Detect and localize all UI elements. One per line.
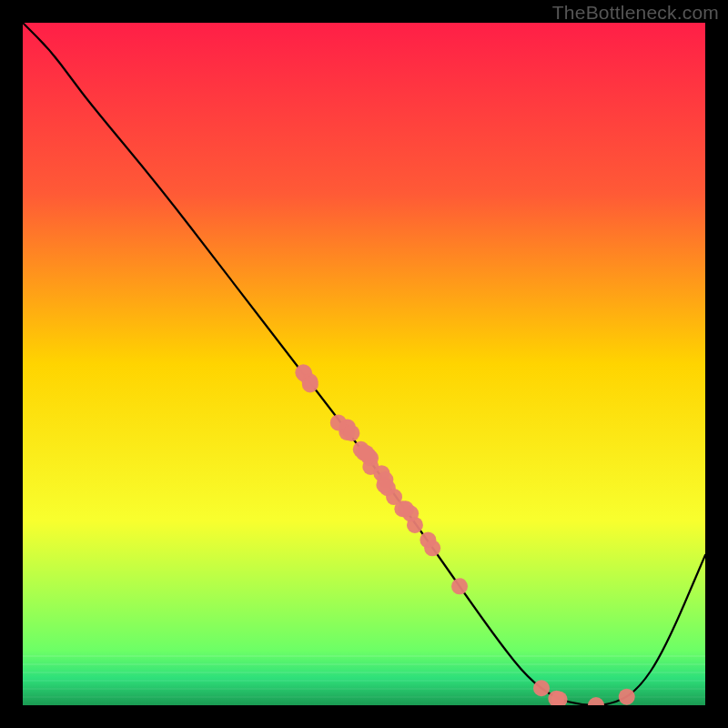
curve-marker xyxy=(533,680,550,696)
svg-rect-3 xyxy=(23,672,705,673)
curve-marker xyxy=(343,425,359,441)
curve-marker xyxy=(376,477,392,493)
watermark-text: TheBottleneck.com xyxy=(552,2,719,24)
outer-frame: TheBottleneck.com xyxy=(0,0,728,728)
svg-rect-5 xyxy=(23,655,705,657)
curve-marker xyxy=(451,578,468,594)
curve-marker xyxy=(424,540,440,556)
svg-rect-0 xyxy=(23,696,705,698)
curve-marker xyxy=(619,689,635,705)
curve-marker xyxy=(358,445,374,461)
chart-svg xyxy=(23,23,705,705)
svg-rect-4 xyxy=(23,663,705,665)
plot-area xyxy=(23,23,705,705)
svg-rect-2 xyxy=(23,680,705,682)
chart-background xyxy=(23,23,705,705)
svg-rect-1 xyxy=(23,688,705,690)
curve-marker xyxy=(394,500,410,517)
curve-marker xyxy=(330,414,347,430)
curve-marker xyxy=(302,376,318,392)
